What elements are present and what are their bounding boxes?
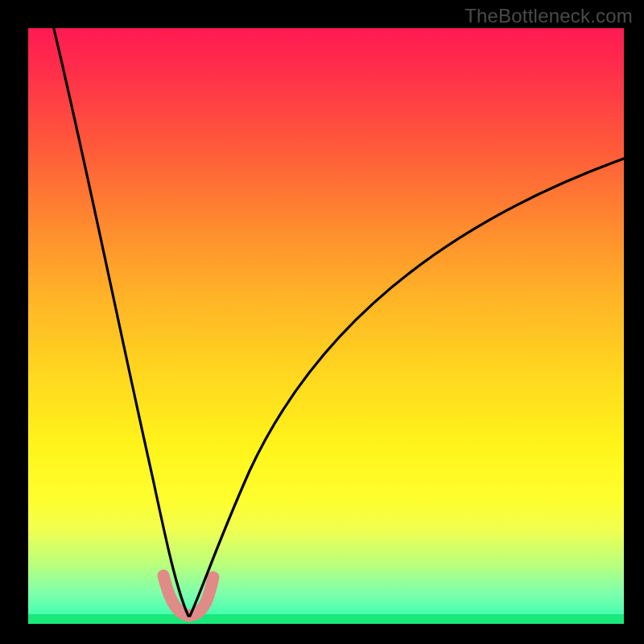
plot-area — [28, 28, 624, 624]
left-branch-path — [46, 28, 188, 616]
chart-frame: TheBottleneck.com — [0, 0, 644, 644]
curve-layer — [28, 28, 624, 624]
watermark-text: TheBottleneck.com — [464, 5, 633, 27]
right-branch-path — [190, 159, 624, 616]
marker-band-path — [163, 576, 213, 616]
